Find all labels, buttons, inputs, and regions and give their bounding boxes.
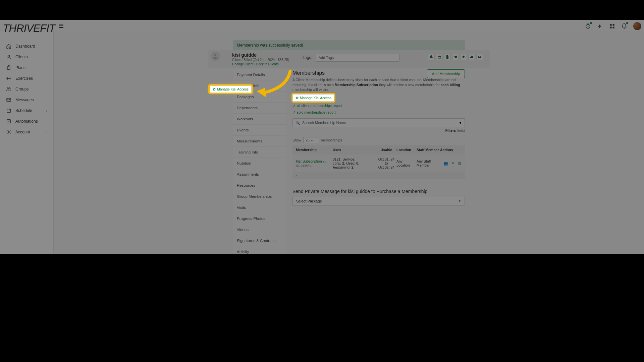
- mail-action-icon[interactable]: [476, 54, 483, 60]
- private-message-title: Send Private Message for kisi guidde to …: [292, 189, 465, 194]
- client-header: kisi guidde Client / Billed (Oct 2nd, 20…: [208, 50, 490, 68]
- star-action-icon[interactable]: [460, 54, 467, 60]
- sidebar-item-schedule[interactable]: Schedule ›: [0, 105, 53, 116]
- success-alert: Membership was successfully saved!: [233, 40, 465, 50]
- tab-videos[interactable]: Videos: [233, 224, 286, 235]
- tab-progress-photos[interactable]: Progress Photos: [233, 213, 286, 224]
- pager-next[interactable]: ›: [460, 173, 462, 177]
- sidebar-item-label: Dashboard: [15, 44, 35, 49]
- tab-training-info[interactable]: Training Info: [233, 147, 286, 158]
- tab-measurements[interactable]: Measurements: [233, 136, 286, 147]
- col-uses: Uses: [333, 148, 376, 152]
- tab-visits[interactable]: Visits: [233, 202, 286, 213]
- sidebar-item-automations[interactable]: Automations: [0, 116, 53, 127]
- svg-rect-3: [610, 27, 611, 28]
- manage-kisi-access-button[interactable]: ✿ Manage Kisi Access: [292, 94, 334, 102]
- tab-payment-details[interactable]: Payment Details: [233, 69, 286, 80]
- show-count-select[interactable]: 25 ▼: [303, 137, 319, 143]
- svg-point-14: [214, 54, 216, 56]
- filter-icon: ▼: [459, 121, 462, 125]
- manage-kisi-access-button-highlight[interactable]: ✿ Manage Kisi Access: [210, 85, 252, 93]
- membership-name-link[interactable]: Kisi Subscription: [296, 159, 322, 163]
- sidebar-item-label: Plans: [15, 65, 25, 70]
- change-client-link[interactable]: Change Client: [232, 62, 253, 66]
- client-tabs: Payment Details Personal Info Packages D…: [233, 69, 286, 257]
- tab-packages[interactable]: Packages: [233, 92, 286, 103]
- svg-rect-11: [7, 109, 11, 112]
- check-square-icon: [6, 119, 11, 124]
- home-icon: [6, 44, 11, 49]
- tab-assignments[interactable]: Assignments: [233, 169, 286, 180]
- sold-memberships-report-link[interactable]: ↗ sold memberships report: [292, 110, 336, 114]
- col-usable: Usable: [376, 148, 396, 152]
- table-row: Kisi Subscription ▭ ID: 269040 0121_Serv…: [292, 155, 465, 172]
- edit-action-icon[interactable]: ✎: [451, 161, 454, 166]
- tags-input[interactable]: [316, 54, 399, 62]
- tab-group-memberships[interactable]: Group Memberships: [233, 191, 286, 202]
- tab-workouts[interactable]: Workouts: [233, 114, 286, 125]
- sidebar-item-label: Automations: [15, 119, 38, 124]
- tab-events[interactable]: Events: [233, 125, 286, 136]
- grid-apps-icon[interactable]: [609, 23, 615, 29]
- memberships-description: A Client Membership defines how many vis…: [292, 77, 465, 92]
- staff-cell: Any Staff Member: [417, 159, 440, 167]
- mail-icon: [6, 97, 11, 103]
- notify-icon[interactable]: [428, 54, 435, 60]
- col-staff: Staff Member: [417, 148, 440, 152]
- group-action-icon[interactable]: 👥: [444, 161, 448, 166]
- svg-rect-15: [438, 56, 441, 59]
- uses-service: 0121_Service:: [333, 157, 376, 161]
- filter-button[interactable]: ▼: [456, 118, 465, 127]
- svg-rect-1: [610, 24, 611, 25]
- tab-nutrition[interactable]: Nutrition: [233, 158, 286, 169]
- calendar-action-icon[interactable]: [436, 54, 443, 60]
- sidebar-item-clients[interactable]: Clients: [0, 52, 53, 62]
- bell-icon[interactable]: [621, 23, 627, 29]
- show-label: Show: [292, 138, 301, 142]
- tab-resources[interactable]: Resources: [233, 180, 286, 191]
- sidebar-item-plans[interactable]: Plans: [0, 62, 53, 73]
- search-icon: 🔍: [296, 121, 300, 125]
- sidebar-item-dashboard[interactable]: Dashboard: [0, 41, 53, 52]
- external-link-icon: ↗: [292, 104, 296, 108]
- menu-toggle-button[interactable]: [59, 23, 63, 29]
- svg-point-5: [8, 55, 9, 57]
- membership-search-input[interactable]: [302, 121, 453, 125]
- chart-action-icon[interactable]: [468, 54, 475, 60]
- filters-edit-link[interactable]: (edit): [457, 128, 465, 132]
- back-to-clients-link[interactable]: Back to Clients: [256, 62, 279, 66]
- tab-dependents[interactable]: Dependents: [233, 103, 286, 114]
- chevron-right-icon: ›: [46, 109, 47, 113]
- svg-point-9: [9, 87, 10, 89]
- calendar-icon: [6, 108, 11, 113]
- delete-action-icon[interactable]: 🗑: [458, 161, 462, 166]
- location-cell: Any Location: [396, 159, 417, 167]
- all-memberships-report-link[interactable]: ↗ all client memberships report: [292, 104, 342, 108]
- search-box: 🔍: [292, 118, 456, 127]
- sidebar-item-label: Clients: [15, 55, 28, 59]
- memberships-table: Membership Uses Usable Location Staff Me…: [292, 145, 465, 179]
- gear-icon: [6, 129, 11, 135]
- package-select[interactable]: Select Package ▼: [292, 197, 465, 205]
- file-action-icon[interactable]: [444, 54, 451, 60]
- filters-label: Filters: [445, 128, 456, 132]
- tags-label: Tags:: [303, 55, 312, 60]
- sidebar-item-exercises[interactable]: Exercises: [0, 73, 53, 84]
- add-membership-button[interactable]: Add Membership: [427, 69, 465, 78]
- tag-action-icon[interactable]: [452, 54, 459, 60]
- client-status: Client / Billed (Oct 2nd, 2024 - $53.25): [232, 58, 303, 62]
- sidebar-item-account[interactable]: Account ›: [0, 127, 53, 137]
- pager-prev[interactable]: ‹: [296, 173, 297, 177]
- sidebar-item-groups[interactable]: Groups: [0, 84, 53, 95]
- dumbbell-icon: [6, 76, 11, 81]
- tab-signatures[interactable]: Signatures & Contracts: [233, 235, 286, 246]
- card-icon: ▭: [323, 159, 326, 163]
- chevron-right-icon: ›: [46, 130, 47, 134]
- user-avatar[interactable]: [633, 22, 641, 30]
- bolt-icon[interactable]: [597, 23, 603, 29]
- client-name: kisi guidde: [232, 52, 303, 58]
- col-location: Location: [396, 148, 417, 152]
- timer-icon[interactable]: [585, 23, 591, 29]
- svg-rect-2: [613, 24, 614, 25]
- sidebar-item-messages[interactable]: Messages: [0, 95, 53, 105]
